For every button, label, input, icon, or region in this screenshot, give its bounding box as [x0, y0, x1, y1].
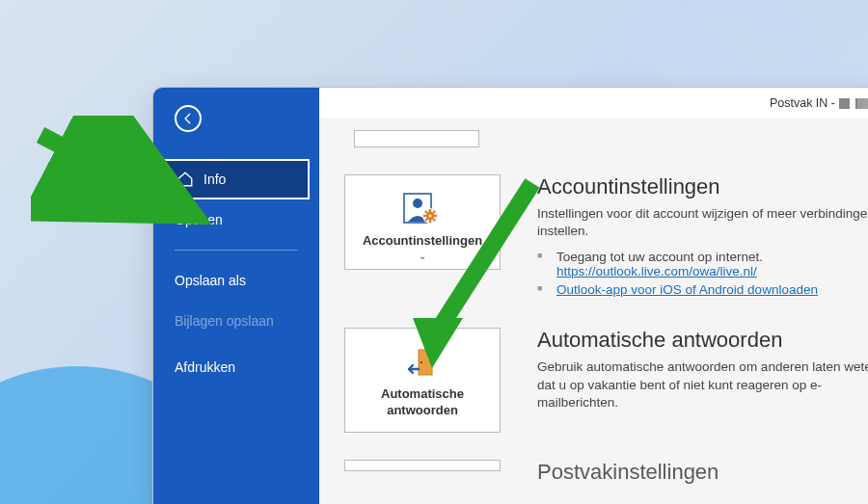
sidebar-item-openen[interactable]: Openen	[153, 199, 319, 240]
chevron-down-icon: ⌄	[419, 251, 426, 261]
redacted-icon	[839, 98, 850, 109]
section-heading: Postvakinstellingen	[537, 460, 719, 485]
window-title: Postvak IN -	[770, 96, 835, 110]
svg-line-9	[425, 211, 427, 213]
content-pane: Postvak IN -	[319, 88, 868, 504]
door-reply-icon	[405, 344, 440, 383]
svg-point-4	[428, 214, 431, 217]
svg-line-10	[433, 219, 435, 221]
section-mailbox-settings: Postvakinstellingen	[344, 460, 868, 491]
svg-line-11	[425, 219, 427, 221]
svg-point-1	[413, 199, 422, 208]
sidebar-item-label: Bijlagen opslaan	[175, 313, 274, 329]
account-settings-button[interactable]: Accountinstellingen ⌄	[344, 174, 501, 270]
section-description: Automatische antwoorden Gebruik automati…	[537, 328, 868, 421]
outlook-live-link[interactable]: https://outlook.live.com/owa/live.nl/	[556, 264, 757, 279]
account-selector-stub[interactable]	[354, 130, 479, 147]
section-text: Gebruik automatische antwoorden om ander…	[537, 358, 868, 411]
sidebar-item-label: Info	[203, 172, 226, 187]
section-account-settings: Accountinstellingen ⌄ Accountinstellinge…	[344, 174, 868, 301]
redacted-strip	[855, 98, 868, 109]
automatic-replies-button[interactable]: Automatische antwoorden	[344, 328, 501, 433]
section-automatic-replies: Automatische antwoorden Automatische ant…	[344, 328, 868, 433]
sidebar-item-label: Afdrukken	[175, 359, 235, 375]
sidebar-item-info[interactable]: Info	[163, 159, 310, 199]
sidebar-item-bijlagen-opslaan: Bijlagen opslaan	[153, 301, 319, 341]
sidebar-item-label: Opslaan als	[175, 273, 246, 288]
mailbox-settings-button-stub[interactable]	[344, 460, 501, 471]
sidebar-item-opslaan-als[interactable]: Opslaan als	[153, 260, 319, 301]
section-heading: Accountinstellingen	[537, 174, 868, 199]
sidebar: Info Openen Opslaan als Bijlagen opslaan…	[153, 88, 319, 504]
person-gear-icon	[403, 191, 442, 229]
sidebar-separator	[175, 250, 298, 251]
home-icon	[176, 171, 194, 188]
bullet-item: Toegang tot uw account op internet. http…	[537, 250, 868, 279]
section-description: Accountinstellingen Instellingen voor di…	[537, 174, 868, 301]
section-heading: Automatische antwoorden	[537, 328, 868, 353]
window-titlebar: Postvak IN -	[319, 88, 868, 119]
svg-point-15	[420, 361, 422, 363]
section-text: Instellingen voor dit account wijzigen o…	[537, 205, 868, 240]
outlook-backstage-window: Info Openen Opslaan als Bijlagen opslaan…	[152, 87, 868, 504]
button-label: Accountinstellingen	[363, 233, 482, 249]
svg-line-12	[433, 211, 435, 213]
svg-line-16	[41, 135, 166, 200]
arrow-left-icon	[181, 112, 195, 125]
sidebar-item-afdrukken[interactable]: Afdrukken	[153, 347, 319, 387]
bullet-item: Outlook-app voor iOS of Android download…	[537, 282, 868, 297]
outlook-mobile-link[interactable]: Outlook-app voor iOS of Android download…	[556, 282, 818, 297]
sidebar-item-label: Openen	[175, 212, 223, 227]
button-label: Automatische antwoorden	[351, 386, 494, 418]
back-button[interactable]	[175, 105, 202, 132]
